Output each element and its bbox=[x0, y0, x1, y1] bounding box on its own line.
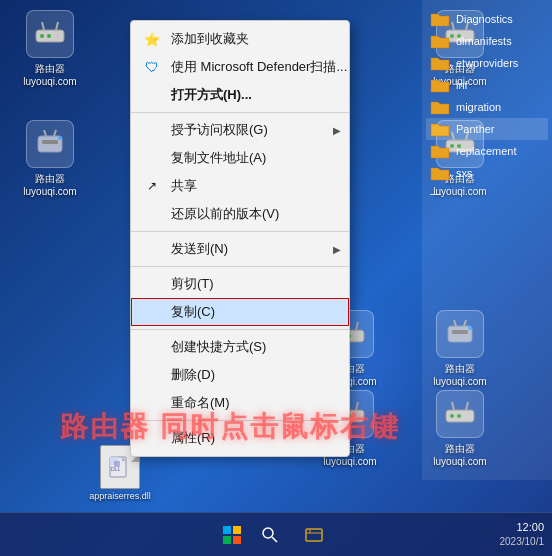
menu-label-grant-access: 授予访问权限(G) bbox=[171, 121, 268, 139]
separator-5 bbox=[131, 420, 349, 421]
desktop-icon-label-3: 路由器luyouqi.com bbox=[23, 172, 76, 197]
menu-item-copy-path[interactable]: 复制文件地址(A) bbox=[131, 144, 349, 172]
file-label-diagnostics: Diagnostics bbox=[456, 13, 513, 25]
svg-rect-47 bbox=[223, 536, 231, 544]
svg-point-2 bbox=[47, 34, 51, 38]
desktop-icon-3[interactable]: 路由器luyouqi.com bbox=[10, 120, 90, 197]
file-label-dash: — bbox=[430, 187, 441, 199]
menu-item-create-shortcut[interactable]: 创建快捷方式(S) bbox=[131, 333, 349, 361]
menu-item-properties[interactable]: 属性(R) bbox=[131, 424, 349, 452]
menu-label-restore: 还原以前的版本(V) bbox=[171, 205, 279, 223]
separator-1 bbox=[131, 112, 349, 113]
taskbar-explorer[interactable] bbox=[296, 517, 332, 553]
menu-label-copy: 复制(C) bbox=[171, 303, 215, 321]
arrow-icon-send-to: ▶ bbox=[333, 244, 341, 255]
start-button[interactable] bbox=[216, 519, 248, 551]
menu-item-grant-access[interactable]: 授予访问权限(G) ▶ bbox=[131, 116, 349, 144]
context-menu: ⭐ 添加到收藏夹 🛡 使用 Microsoft Defender扫描... 打开… bbox=[130, 20, 350, 457]
file-label-dlmanifests: dlmanifests bbox=[456, 35, 512, 47]
menu-label-add-favorite: 添加到收藏夹 bbox=[171, 30, 249, 48]
menu-item-delete[interactable]: 删除(D) bbox=[131, 361, 349, 389]
menu-label-cut: 剪切(T) bbox=[171, 275, 214, 293]
menu-item-copy[interactable]: 复制(C) bbox=[131, 298, 349, 326]
menu-item-open-with[interactable]: 打开方式(H)... bbox=[131, 81, 349, 109]
svg-line-13 bbox=[44, 130, 46, 136]
desktop-icon-label-1: 路由器luyouqi.com bbox=[23, 62, 76, 87]
add-favorite-icon: ⭐ bbox=[143, 30, 161, 48]
dll-file-label: appraiserres.dll bbox=[89, 491, 151, 501]
menu-item-send-to[interactable]: 发送到(N) ▶ bbox=[131, 235, 349, 263]
file-item-inf[interactable]: inf bbox=[426, 74, 548, 96]
svg-line-24 bbox=[356, 322, 358, 330]
file-item-panther[interactable]: Panther bbox=[426, 118, 548, 140]
menu-label-copy-path: 复制文件地址(A) bbox=[171, 149, 266, 167]
separator-3 bbox=[131, 266, 349, 267]
svg-rect-46 bbox=[233, 526, 241, 534]
svg-rect-11 bbox=[42, 140, 58, 144]
file-panel: Diagnostics dlmanifests etwproviders inf… bbox=[422, 0, 552, 480]
menu-item-defender-scan[interactable]: 🛡 使用 Microsoft Defender扫描... bbox=[131, 53, 349, 81]
taskbar: 12:00 2023/10/1 bbox=[0, 512, 552, 556]
file-item-diagnostics[interactable]: Diagnostics bbox=[426, 8, 548, 30]
router-icon-1 bbox=[26, 10, 74, 58]
svg-line-4 bbox=[56, 22, 58, 30]
svg-rect-48 bbox=[233, 536, 241, 544]
menu-item-rename[interactable]: 重命名(M) bbox=[131, 389, 349, 417]
file-label-panther: Panther bbox=[456, 123, 495, 135]
file-item-dash: — bbox=[426, 184, 548, 202]
menu-item-cut[interactable]: 剪切(T) bbox=[131, 270, 349, 298]
svg-rect-44 bbox=[114, 461, 120, 467]
share-icon: ↗ bbox=[143, 177, 161, 195]
menu-label-delete: 删除(D) bbox=[171, 366, 215, 384]
menu-label-rename: 重命名(M) bbox=[171, 394, 230, 412]
file-item-replacement[interactable]: replacement bbox=[426, 140, 548, 162]
svg-line-50 bbox=[272, 537, 277, 542]
menu-label-create-shortcut: 创建快捷方式(S) bbox=[171, 338, 266, 356]
file-label-replacement: replacement bbox=[456, 145, 517, 157]
menu-label-share: 共享 bbox=[171, 177, 197, 195]
separator-4 bbox=[131, 329, 349, 330]
svg-point-1 bbox=[40, 34, 44, 38]
desktop: 路由器luyouqi.com 路由器luyouqi.com 路由器l bbox=[0, 0, 552, 556]
menu-item-share[interactable]: ↗ 共享 bbox=[131, 172, 349, 200]
menu-label-send-to: 发送到(N) bbox=[171, 240, 228, 258]
clock-time: 12:00 bbox=[500, 520, 545, 534]
svg-rect-51 bbox=[306, 529, 322, 541]
file-item-sxs[interactable]: sxs bbox=[426, 162, 548, 184]
tray-area: 12:00 2023/10/1 bbox=[500, 512, 545, 556]
file-label-migration: migration bbox=[456, 101, 501, 113]
file-label-sxs: sxs bbox=[456, 167, 473, 179]
clock-date: 2023/10/1 bbox=[500, 535, 545, 548]
file-label-etwproviders: etwproviders bbox=[456, 57, 518, 69]
svg-rect-45 bbox=[223, 526, 231, 534]
menu-label-open-with: 打开方式(H)... bbox=[171, 86, 252, 104]
file-label-inf: inf bbox=[456, 79, 468, 91]
menu-label-properties: 属性(R) bbox=[171, 429, 215, 447]
separator-2 bbox=[131, 231, 349, 232]
system-clock: 12:00 2023/10/1 bbox=[500, 520, 545, 547]
defender-icon: 🛡 bbox=[143, 58, 161, 76]
desktop-icon-1[interactable]: 路由器luyouqi.com bbox=[10, 10, 90, 87]
svg-line-14 bbox=[54, 130, 56, 136]
file-item-dlmanifests[interactable]: dlmanifests bbox=[426, 30, 548, 52]
menu-item-restore[interactable]: 还原以前的版本(V) bbox=[131, 200, 349, 228]
svg-point-49 bbox=[263, 528, 273, 538]
router-icon-3 bbox=[26, 120, 74, 168]
file-item-etwproviders[interactable]: etwproviders bbox=[426, 52, 548, 74]
arrow-icon-grant-access: ▶ bbox=[333, 125, 341, 136]
svg-point-12 bbox=[58, 136, 62, 140]
taskbar-search[interactable] bbox=[252, 517, 288, 553]
menu-item-add-favorite[interactable]: ⭐ 添加到收藏夹 bbox=[131, 25, 349, 53]
file-item-migration[interactable]: migration bbox=[426, 96, 548, 118]
svg-line-3 bbox=[42, 22, 44, 30]
menu-label-defender-scan: 使用 Microsoft Defender扫描... bbox=[171, 58, 347, 76]
svg-line-34 bbox=[356, 402, 358, 410]
